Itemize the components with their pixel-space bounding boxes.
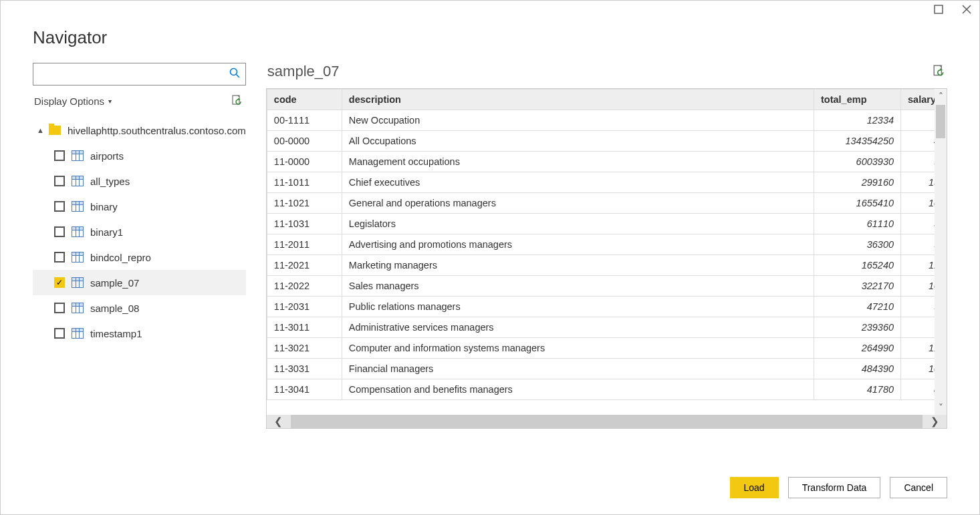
cell-description: New Occupation (342, 110, 814, 131)
table-icon (72, 201, 84, 212)
checkbox[interactable] (54, 252, 65, 263)
checkbox[interactable] (54, 150, 65, 161)
tree-root-row[interactable]: ▲ hivellaphttp.southcentralus.contoso.co… (33, 118, 246, 143)
cell-description: Administrative services managers (342, 317, 814, 338)
checkbox[interactable] (54, 176, 65, 186)
table-row[interactable]: 11-3021Computer and information systems … (267, 338, 946, 359)
scroll-left-icon[interactable]: ❮ (267, 415, 291, 427)
tree-item-label: binary1 (90, 226, 123, 238)
cell-description: Marketing managers (342, 255, 814, 276)
cell-code: 11-1021 (267, 193, 342, 214)
tree-item[interactable]: bindcol_repro (33, 244, 246, 270)
search-icon[interactable] (229, 67, 240, 81)
load-button[interactable]: Load (730, 477, 779, 498)
table-row[interactable]: 11-3011Administrative services managers2… (267, 317, 946, 338)
vertical-scrollbar[interactable]: ˄ ˅ (935, 89, 947, 415)
cell-total_emp: 61110 (814, 214, 901, 234)
transform-button[interactable]: Transform Data (788, 477, 881, 498)
display-options-dropdown[interactable]: Display Options ▾ (34, 96, 112, 107)
table-row[interactable]: 11-1011Chief executives29916015 (267, 172, 946, 193)
tree-item[interactable]: airports (33, 143, 246, 168)
refresh-preview-icon[interactable] (933, 65, 946, 78)
close-icon[interactable] (962, 5, 971, 14)
cell-description: Public relations managers (342, 297, 814, 317)
tree-item[interactable]: all_types (33, 168, 246, 194)
cell-total_emp: 165240 (814, 255, 901, 276)
tree-item[interactable]: sample_08 (33, 295, 246, 321)
search-box[interactable] (33, 63, 246, 85)
svg-point-3 (230, 69, 237, 75)
checkbox[interactable] (54, 328, 65, 339)
cell-total_emp: 322170 (814, 276, 901, 297)
table-icon (72, 226, 84, 237)
scroll-up-icon[interactable]: ˄ (939, 89, 943, 104)
cell-code: 11-1031 (267, 214, 342, 234)
cell-total_emp: 6003930 (814, 152, 901, 172)
scroll-right-icon[interactable]: ❯ (923, 415, 947, 427)
cell-description: Sales managers (342, 276, 814, 297)
tree-item-label: airports (90, 150, 124, 162)
tree-item-label: all_types (90, 176, 130, 187)
col-header-code[interactable]: code (267, 90, 342, 110)
table-row[interactable]: 11-2031Public relations managers472109 (267, 297, 946, 317)
table-row[interactable]: 11-2011Advertising and promotions manage… (267, 234, 946, 255)
caret-down-icon[interactable]: ▲ (37, 126, 46, 134)
tree-item[interactable]: binary1 (33, 219, 246, 244)
preview-title: sample_07 (267, 63, 340, 80)
col-header-total-emp[interactable]: total_emp (814, 90, 901, 110)
tree-item[interactable]: timestamp1 (33, 321, 246, 346)
cell-description: Chief executives (342, 172, 814, 193)
cell-total_emp: 47210 (814, 297, 901, 317)
data-table: code description total_emp salary 00-111… (267, 89, 947, 400)
cell-total_emp: 264990 (814, 338, 901, 359)
horizontal-scrollbar[interactable]: ❮ ❯ (267, 415, 947, 428)
table-row[interactable]: 00-0000All Occupations1343542504 (267, 131, 946, 152)
cell-code: 11-2011 (267, 234, 342, 255)
cell-code: 11-2022 (267, 276, 342, 297)
table-row[interactable]: 11-3031Financial managers48439010 (267, 359, 946, 379)
cell-description: All Occupations (342, 131, 814, 152)
left-pane: Display Options ▾ ▲ hiv (33, 63, 246, 460)
hscroll-track[interactable] (291, 415, 923, 428)
display-options-label: Display Options (34, 96, 104, 107)
checkbox[interactable]: ✓ (54, 277, 65, 288)
table-row[interactable]: 11-1031Legislators611103 (267, 214, 946, 234)
tree-item-label: sample_08 (90, 303, 139, 314)
preview-grid: code description total_emp salary 00-111… (266, 88, 947, 429)
checkbox[interactable] (54, 226, 65, 237)
scroll-thumb[interactable] (936, 105, 945, 138)
cell-code: 11-3041 (267, 379, 342, 400)
table-row[interactable]: 11-2021Marketing managers16524011 (267, 255, 946, 276)
table-row[interactable]: 11-2022Sales managers32217010 (267, 276, 946, 297)
cell-total_emp: 484390 (814, 359, 901, 379)
tree-item[interactable]: ✓sample_07 (33, 270, 246, 295)
cell-description: Advertising and promotions managers (342, 234, 814, 255)
window-titlebar (1, 1, 979, 22)
cell-total_emp: 134354250 (814, 131, 901, 152)
tree-item[interactable]: binary (33, 194, 246, 219)
checkbox[interactable] (54, 201, 65, 212)
cell-code: 11-3021 (267, 338, 342, 359)
object-tree: ▲ hivellaphttp.southcentralus.contoso.co… (33, 118, 246, 346)
table-row[interactable]: 11-1021General and operations managers16… (267, 193, 946, 214)
col-header-description[interactable]: description (342, 90, 814, 110)
scroll-down-icon[interactable]: ˅ (939, 400, 943, 415)
preview-pane: sample_07 (266, 63, 947, 460)
preview-header: sample_07 (266, 63, 947, 88)
tree-root-label: hivellaphttp.southcentralus.contoso.com (68, 125, 246, 136)
content-area: Display Options ▾ ▲ hiv (1, 63, 979, 460)
table-row[interactable]: 11-0000Management occupations60039309 (267, 152, 946, 172)
cancel-button[interactable]: Cancel (890, 477, 947, 498)
table-icon (72, 277, 84, 288)
svg-rect-0 (935, 5, 943, 13)
search-input[interactable] (39, 68, 229, 80)
table-row[interactable]: 11-3041Compensation and benefits manager… (267, 379, 946, 400)
checkbox[interactable] (54, 303, 65, 313)
table-row[interactable]: 00-1111New Occupation12334 (267, 110, 946, 131)
refresh-tree-icon[interactable] (231, 95, 243, 107)
grid-body: code description total_emp salary 00-111… (267, 89, 947, 415)
cell-code: 11-3011 (267, 317, 342, 338)
restore-icon[interactable] (934, 5, 943, 14)
cell-total_emp: 299160 (814, 172, 901, 193)
cell-description: Computer and information systems manager… (342, 338, 814, 359)
